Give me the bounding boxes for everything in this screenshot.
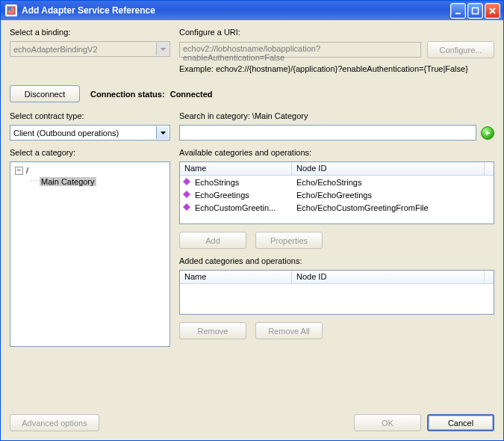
cancel-button[interactable]: Cancel bbox=[427, 414, 494, 431]
chevron-down-icon[interactable] bbox=[156, 126, 169, 139]
binding-label: Select a binding: bbox=[10, 28, 170, 37]
op-name: EchoStrings bbox=[190, 177, 292, 188]
window-title: Add Adapter Service Reference bbox=[22, 5, 449, 16]
titlebar[interactable]: Add Adapter Service Reference bbox=[1, 1, 503, 20]
category-tree[interactable]: − / ⋯ Main Category bbox=[10, 161, 170, 347]
col-name[interactable]: Name bbox=[180, 162, 292, 175]
op-name: EchoCustomGreetin... bbox=[190, 203, 292, 213]
tree-root[interactable]: − / bbox=[15, 165, 165, 176]
contract-combo[interactable]: Client (Outbound operations) bbox=[10, 125, 170, 141]
close-button[interactable] bbox=[485, 3, 500, 19]
binding-value: echoAdapterBindingV2 bbox=[13, 45, 98, 54]
advanced-options-button: Advanced options bbox=[10, 414, 99, 431]
remove-all-button: Remove All bbox=[255, 322, 323, 339]
uri-label: Configure a URI: bbox=[179, 28, 494, 37]
add-button: Add bbox=[179, 232, 246, 249]
properties-button: Properties bbox=[255, 232, 323, 249]
connection-status-value: Connected bbox=[170, 90, 213, 99]
minimize-button[interactable] bbox=[450, 3, 466, 19]
search-input[interactable] bbox=[179, 125, 476, 141]
maximize-button[interactable] bbox=[467, 3, 483, 19]
tree-connector-icon: ⋯ bbox=[30, 176, 37, 186]
added-list[interactable]: Name Node ID bbox=[179, 270, 494, 315]
uri-input: echov2://lobhostname/lobapplication?enab… bbox=[179, 42, 421, 58]
chevron-down-icon bbox=[156, 43, 169, 55]
uri-example: Example: echov2://{hostname}/{applicatio… bbox=[179, 64, 494, 73]
col-node-id[interactable]: Node ID bbox=[292, 162, 485, 175]
tree-item-main-category[interactable]: ⋯ Main Category bbox=[30, 176, 165, 187]
op-name: EchoGreetings bbox=[190, 190, 292, 200]
remove-button: Remove bbox=[179, 322, 246, 339]
app-icon bbox=[5, 4, 17, 16]
svg-rect-3 bbox=[473, 7, 479, 13]
svg-rect-2 bbox=[455, 13, 461, 14]
operation-icon bbox=[183, 178, 190, 185]
op-node-id: Echo/EchoStrings bbox=[292, 177, 494, 188]
available-label: Available categories and operations: bbox=[179, 148, 494, 157]
svg-rect-1 bbox=[8, 7, 11, 10]
ok-button: OK bbox=[354, 414, 421, 431]
available-list[interactable]: Name Node ID EchoStringsEcho/EchoStrings… bbox=[179, 161, 494, 224]
collapse-icon[interactable]: − bbox=[15, 167, 23, 175]
connection-status-label: Connection status: bbox=[90, 90, 165, 99]
configure-button: Configure... bbox=[427, 41, 494, 58]
binding-combo: echoAdapterBindingV2 bbox=[10, 41, 170, 57]
op-node-id: Echo/EchoCustomGreetingFromFile bbox=[292, 203, 494, 213]
list-item[interactable]: EchoGreetingsEcho/EchoGreetings bbox=[180, 188, 494, 201]
go-icon[interactable] bbox=[481, 126, 494, 140]
contract-label: Select contract type: bbox=[10, 111, 170, 120]
col-node-id[interactable]: Node ID bbox=[292, 271, 485, 283]
operation-icon bbox=[183, 203, 190, 211]
operation-icon bbox=[183, 191, 190, 198]
added-label: Added categories and operations: bbox=[179, 256, 494, 265]
uri-value: echov2://lobhostname/lobapplication?enab… bbox=[183, 44, 320, 62]
category-label: Select a category: bbox=[10, 148, 170, 157]
search-label: Search in category: \Main Category bbox=[179, 111, 494, 120]
contract-value: Client (Outbound operations) bbox=[13, 129, 119, 138]
list-item[interactable]: EchoStringsEcho/EchoStrings bbox=[180, 176, 494, 188]
add-adapter-window: Add Adapter Service Reference Select a b… bbox=[0, 0, 504, 441]
col-name[interactable]: Name bbox=[180, 271, 292, 283]
list-item[interactable]: EchoCustomGreetin...Echo/EchoCustomGreet… bbox=[180, 201, 494, 214]
disconnect-button[interactable]: Disconnect bbox=[10, 85, 80, 102]
op-node-id: Echo/EchoGreetings bbox=[292, 190, 494, 200]
